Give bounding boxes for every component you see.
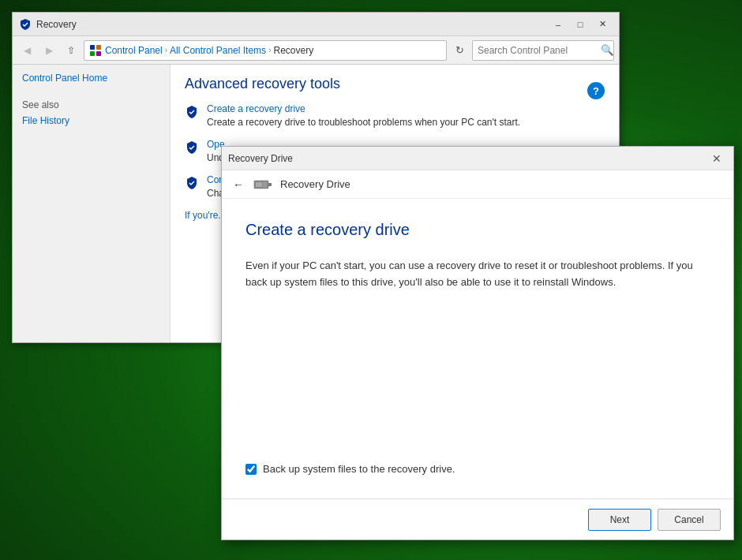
config-icon — [185, 176, 200, 192]
dialog-body: Create a recovery drive Even if your PC … — [222, 199, 733, 498]
dialog-nav-title: Recovery Drive — [280, 178, 350, 190]
search-button[interactable]: 🔍 — [601, 40, 614, 61]
dialog-nav: ← Recovery Drive — [222, 170, 733, 199]
shield-icon — [19, 18, 32, 31]
dialog-back-button[interactable]: ← — [230, 176, 247, 193]
open-icon — [185, 140, 200, 156]
usb-drive-icon — [253, 178, 272, 191]
tool-text-extra: If you're... — [185, 210, 226, 222]
svg-rect-5 — [256, 182, 262, 187]
dialog-description: Even if your PC can't start, you can use… — [245, 258, 710, 291]
dialog-checkbox-area: Back up system files to the recovery dri… — [245, 463, 710, 475]
backup-checkbox-label[interactable]: Back up system files to the recovery dri… — [263, 463, 455, 475]
svg-rect-6 — [263, 181, 267, 188]
maximize-button[interactable]: □ — [570, 17, 590, 32]
close-button[interactable]: ✕ — [592, 17, 613, 32]
control-panel-icon — [89, 44, 102, 57]
next-button[interactable]: Next — [588, 509, 651, 531]
dialog-footer: Next Cancel — [222, 498, 733, 539]
dialog-title-text: Recovery Drive — [228, 153, 706, 164]
breadcrumb-bar: Control Panel › All Control Panel Items … — [84, 40, 447, 61]
svg-rect-7 — [268, 183, 272, 186]
sidebar-home-link[interactable]: Control Panel Home — [22, 73, 160, 84]
svg-rect-0 — [90, 45, 95, 50]
forward-button[interactable]: ▶ — [39, 41, 58, 60]
recovery-drive-dialog: Recovery Drive ✕ ← Recovery Drive Create… — [221, 146, 734, 540]
svg-rect-2 — [90, 51, 95, 56]
dialog-heading: Create a recovery drive — [245, 221, 710, 239]
breadcrumb-control-panel[interactable]: Control Panel — [105, 45, 163, 56]
svg-rect-3 — [96, 51, 101, 56]
svg-rect-1 — [96, 45, 101, 50]
minimize-button[interactable]: – — [548, 17, 568, 32]
create-recovery-drive-link[interactable]: Create a recovery drive — [207, 103, 520, 114]
title-bar-controls: – □ ✕ — [548, 17, 613, 32]
help-button[interactable]: ? — [587, 82, 605, 99]
up-button[interactable]: ⇧ — [62, 41, 81, 60]
create-recovery-drive-desc: Create a recovery drive to troubleshoot … — [207, 117, 520, 128]
tool-item-recovery-drive: Create a recovery drive Create a recover… — [185, 103, 605, 128]
breadcrumb-all-items[interactable]: All Control Panel Items — [170, 45, 266, 56]
window-title: Recovery — [36, 19, 548, 30]
nav-bar: ◀ ▶ ⇧ Control Panel › All Control Panel … — [13, 36, 619, 65]
sidebar-see-also-label: See also — [22, 99, 160, 110]
sidebar-file-history-link[interactable]: File History — [22, 115, 160, 126]
tool-text-recovery-drive: Create a recovery drive Create a recover… — [207, 103, 520, 128]
usb-icon — [253, 178, 272, 191]
backup-checkbox[interactable] — [245, 464, 257, 475]
back-button[interactable]: ◀ — [17, 41, 36, 60]
section-title: Advanced recovery tools — [185, 76, 605, 92]
extra-link[interactable]: If you're... — [185, 210, 226, 221]
sidebar: Control Panel Home See also File History — [13, 65, 171, 342]
recovery-drive-icon — [185, 105, 200, 121]
dialog-close-button[interactable]: ✕ — [706, 151, 727, 166]
recovery-window-icon — [19, 18, 32, 31]
sidebar-see-also-section: See also File History — [22, 99, 160, 126]
refresh-button[interactable]: ↻ — [450, 41, 469, 60]
cancel-button[interactable]: Cancel — [658, 509, 721, 531]
search-input[interactable] — [473, 45, 601, 56]
breadcrumb-current: Recovery — [273, 45, 313, 56]
title-bar: Recovery – □ ✕ — [13, 13, 619, 36]
dialog-title-bar: Recovery Drive ✕ — [222, 147, 733, 170]
search-box: 🔍 — [472, 40, 614, 61]
